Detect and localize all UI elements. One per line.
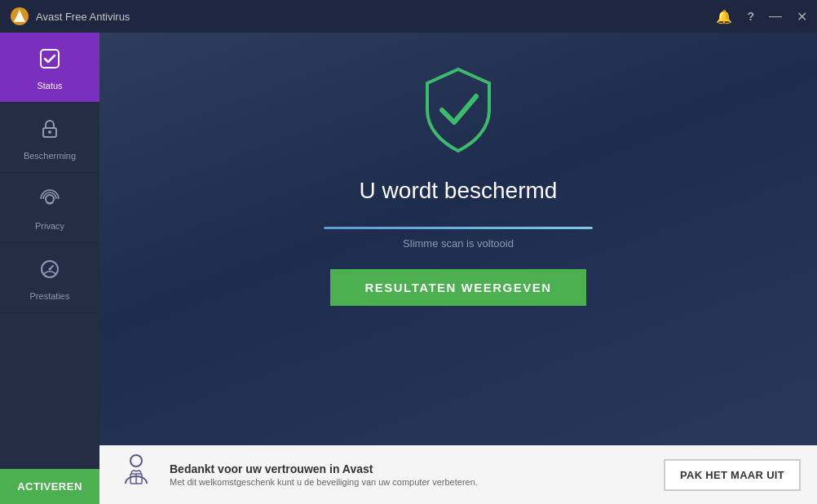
promo-banner: Bedankt voor uw vertrouwen in Avast Met … [99, 445, 817, 504]
status-icon [38, 47, 61, 76]
svg-rect-1 [41, 50, 59, 68]
svg-point-7 [49, 268, 51, 271]
avast-logo [10, 7, 29, 26]
results-button[interactable]: RESULTATEN WEERGEVEN [330, 269, 585, 306]
svg-point-3 [48, 130, 51, 134]
promo-title: Bedankt voor uw vertrouwen in Avast [170, 462, 651, 475]
speedometer-icon [38, 258, 61, 286]
scan-status-text: Slimme scan is voltooid [403, 237, 514, 250]
lock-icon [39, 117, 60, 146]
bell-icon[interactable]: 🔔 [716, 9, 732, 24]
promo-button[interactable]: PAK HET MAAR UIT [664, 459, 801, 491]
sidebar-prestaties-label: Prestaties [30, 291, 70, 301]
status-text: U wordt beschermd [360, 178, 558, 204]
promo-desc: Met dit welkomstgeschenk kunt u de bevei… [170, 477, 651, 487]
sidebar-item-bescherming[interactable]: Bescherming [0, 103, 99, 173]
sidebar-item-status[interactable]: Status [0, 33, 99, 103]
sidebar-status-label: Status [37, 81, 62, 91]
sidebar-item-privacy[interactable]: Privacy [0, 173, 99, 243]
svg-point-8 [130, 455, 142, 466]
svg-point-4 [46, 195, 54, 203]
app-title: Avast Free Antivirus [36, 11, 716, 23]
sidebar-privacy-label: Privacy [35, 221, 64, 231]
fingerprint-icon [38, 188, 61, 216]
promo-text: Bedankt voor uw vertrouwen in Avast Met … [170, 462, 651, 487]
minimize-icon[interactable]: — [769, 9, 782, 24]
shield-container [417, 65, 499, 158]
shield-icon [417, 65, 499, 155]
sidebar: Status Bescherming Privac [0, 33, 99, 504]
sidebar-bescherming-label: Bescherming [24, 151, 76, 161]
main-content: U wordt beschermd Slimme scan is voltooi… [99, 33, 817, 504]
sidebar-item-prestaties[interactable]: Prestaties [0, 243, 99, 313]
progress-container [324, 227, 593, 229]
titlebar: Avast Free Antivirus 🔔 ? — ✕ [0, 0, 817, 33]
app-body: Status Bescherming Privac [0, 33, 817, 504]
help-icon[interactable]: ? [747, 10, 754, 23]
activate-button[interactable]: ACTIVEREN [0, 469, 99, 504]
promo-gift-icon [116, 451, 157, 499]
progress-bar [324, 227, 593, 229]
close-icon[interactable]: ✕ [797, 9, 807, 24]
window-controls: 🔔 ? — ✕ [716, 9, 807, 24]
progress-fill [324, 227, 593, 229]
